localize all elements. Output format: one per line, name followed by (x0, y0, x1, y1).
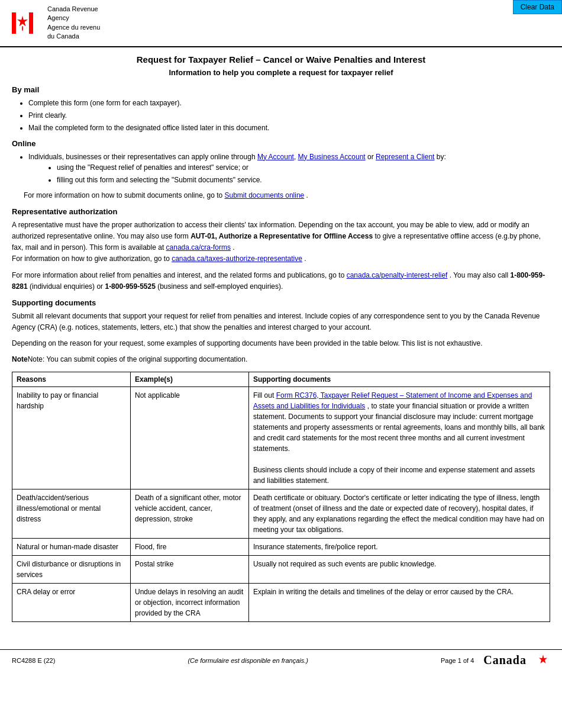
rep-para1-period: . (232, 243, 234, 252)
supporting-note: NoteNote: You can submit copies of the o… (12, 354, 550, 365)
table-cell-example: Not applicable (130, 386, 248, 489)
table-row: Civil disturbance or disruptions in serv… (12, 555, 550, 583)
table-cell-reason: Death/accident/serious illness/emotional… (12, 489, 131, 538)
table-header-reasons: Reasons (12, 372, 131, 386)
table-cell-supporting: Explain in writing the details and timel… (248, 583, 550, 621)
online-section: Online Individuals, businesses or their … (12, 139, 550, 201)
table-cell-reason: CRA delay or error (12, 583, 131, 621)
supporting-docs-section: Supporting documents Submit all relevant… (12, 298, 550, 622)
my-business-account-link[interactable]: My Business Account (298, 153, 366, 161)
by-mail-list: Complete this form (one form for each ta… (28, 98, 550, 133)
phone2-text: 1-800-959-5525 (105, 282, 155, 291)
rep-para2-pre: For more information about relief from p… (12, 271, 347, 279)
table-cell-supporting: Fill out Form RC376, Taxpayer Relief Req… (248, 386, 550, 489)
svg-marker-5 (539, 655, 547, 663)
agency-text: Canada RevenueAgency Agence du revenudu … (47, 5, 100, 41)
table-cell-supporting: Death certificate or obituary. Doctor's … (248, 489, 550, 538)
note-text: Note: You can submit copies of the origi… (28, 355, 248, 363)
list-item: filling out this form and selecting the … (57, 175, 550, 185)
list-item: Mail the completed form to the designate… (28, 123, 550, 133)
svg-rect-4 (22, 26, 23, 30)
table-cell-supporting: Usually not required as such events are … (248, 555, 550, 583)
table-header-supporting: Supporting documents (248, 372, 550, 386)
rep-para1-auth-pre: For information on how to give authoriza… (12, 255, 172, 263)
rep-para1-final: . (304, 255, 306, 263)
rep-para2-mid: . You may also call (450, 271, 511, 279)
canada-symbol-icon (536, 653, 550, 668)
cra-forms-link[interactable]: canada.ca/cra-forms (166, 243, 231, 252)
main-content: Request for Taxpayer Relief – Cancel or … (0, 52, 562, 640)
table-cell-example: Postal strike (130, 555, 248, 583)
table-row: Natural or human-made disaster Flood, fi… (12, 538, 550, 555)
canada-wordmark: Canada (483, 653, 527, 667)
support-table: Reasons Example(s) Supporting documents … (12, 372, 550, 622)
by-text: by: (437, 153, 446, 161)
french-note: (Ce formulaire est disponible en françai… (188, 657, 308, 664)
page-number: Page 1 of 4 (441, 657, 474, 664)
supporting-heading: Supporting documents (12, 298, 550, 307)
list-item: Print clearly. (28, 110, 550, 121)
submit-docs-pre: For more information on how to submit do… (24, 191, 225, 199)
submit-docs-para: For more information on how to submit do… (24, 190, 550, 201)
clear-data-button[interactable]: Clear Data (513, 0, 562, 14)
table-cell-reason: Natural or human-made disaster (12, 538, 131, 555)
representative-section: Representative authorization A represent… (12, 207, 550, 292)
aut01-text: AUT-01, Authorize a Representative for O… (190, 232, 373, 240)
representative-para1: A representative must have the proper au… (12, 220, 550, 265)
submit-docs-post: . (306, 191, 308, 199)
online-main-text: Individuals, businesses or their represe… (28, 153, 257, 161)
agency-fr: Agence du revenudu Canada (47, 23, 100, 41)
my-account-link[interactable]: My Account (257, 153, 294, 161)
representative-heading: Representative authorization (12, 207, 550, 216)
or-text: or (367, 153, 376, 161)
rep-para2-end: (business and self-employed enquiries). (157, 282, 283, 291)
online-sub-list: using the "Request relief of penalties a… (57, 162, 550, 185)
table-cell-example: Undue delays in resolving an audit or ob… (130, 583, 248, 621)
auth-rep-link[interactable]: canada.ca/taxes-authorize-representative (172, 255, 302, 263)
table-cell-supporting: Insurance statements, fire/police report… (248, 538, 550, 555)
form-code: RC4288 E (22) (12, 657, 55, 664)
canada-flag-icon (12, 12, 33, 34)
page-title: Request for Taxpayer Relief – Cancel or … (12, 54, 550, 65)
submit-documents-link[interactable]: Submit documents online (225, 191, 305, 199)
page-subtitle: Information to help you complete a reque… (12, 68, 550, 77)
agency-en: Canada RevenueAgency (47, 5, 100, 23)
online-heading: Online (12, 139, 550, 148)
rep-para2-mid2: (individual enquiries) or (30, 282, 105, 291)
supporting-para2: Depending on the reason for your request… (12, 338, 550, 349)
by-mail-heading: By mail (12, 85, 550, 94)
list-item: Complete this form (one form for each ta… (28, 98, 550, 108)
table-cell-example: Flood, fire (130, 538, 248, 555)
svg-rect-1 (29, 12, 33, 34)
footer-right: Page 1 of 4 Canada (441, 653, 550, 668)
rc376-extra: Business clients should include a copy o… (253, 466, 535, 485)
table-cell-reason: Civil disturbance or disruptions in serv… (12, 555, 131, 583)
svg-rect-0 (12, 12, 16, 34)
list-item: Individuals, businesses or their represe… (28, 152, 550, 185)
table-cell-reason: Inability to pay or financial hardship (12, 386, 131, 489)
online-list: Individuals, businesses or their represe… (28, 152, 550, 185)
table-row: Death/accident/serious illness/emotional… (12, 489, 550, 538)
supporting-para1: Submit all relevant documents that suppo… (12, 311, 550, 333)
list-item: using the "Request relief of penalties a… (57, 162, 550, 173)
logo-container (12, 12, 38, 34)
table-row: Inability to pay or financial hardship N… (12, 386, 550, 489)
page-header: Canada RevenueAgency Agence du revenudu … (0, 0, 562, 47)
table-row: CRA delay or error Undue delays in resol… (12, 583, 550, 621)
table-header-examples: Example(s) (130, 372, 248, 386)
rc376-pre: Fill out (253, 391, 276, 400)
table-cell-example: Death of a significant other, motor vehi… (130, 489, 248, 538)
penalty-interest-link[interactable]: canada.ca/penalty-interest-relief (347, 271, 448, 279)
page-footer: RC4288 E (22) (Ce formulaire est disponi… (0, 649, 562, 671)
by-mail-section: By mail Complete this form (one form for… (12, 85, 550, 133)
represent-client-link[interactable]: Represent a Client (376, 153, 434, 161)
representative-para2: For more information about relief from p… (12, 270, 550, 292)
